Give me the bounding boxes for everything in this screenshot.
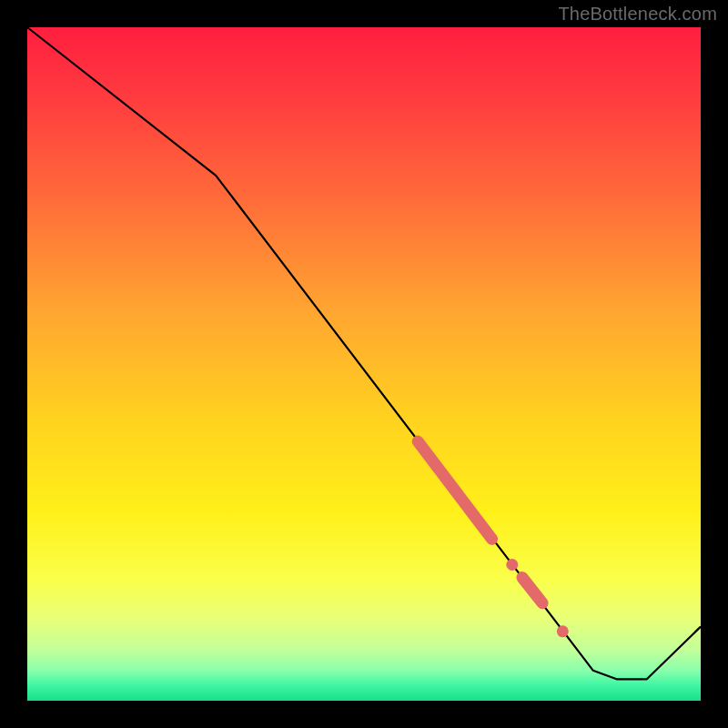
chart-svg	[0, 0, 728, 728]
chart-stage: TheBottleneck.com	[0, 0, 728, 728]
plot-background	[27, 27, 701, 701]
highlight-dot	[506, 559, 518, 571]
highlight-dot	[557, 625, 569, 637]
